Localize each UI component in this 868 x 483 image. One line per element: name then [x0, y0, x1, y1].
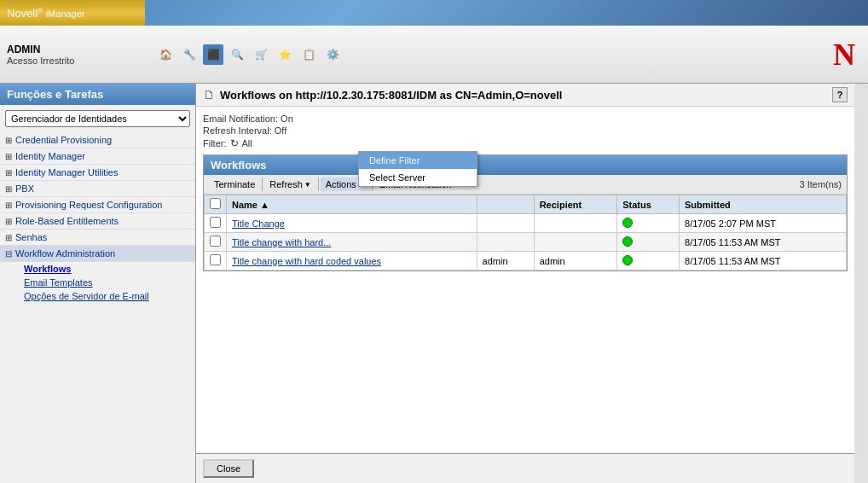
main-toolbar: 🏠 🔧 ⬛ 🔍 🛒 ⭐ 📋 ⚙️	[145, 44, 827, 65]
sidebar-label: Role-Based Entitlements	[15, 216, 119, 226]
row-recipient: admin	[534, 252, 617, 271]
sidebar-title: Funções e Tarefas	[7, 88, 103, 101]
sidebar-label: Credential Provisioning	[15, 135, 112, 145]
col-submitted[interactable]: Submitted	[680, 195, 847, 214]
logo-area: Novell® iManager	[0, 0, 145, 26]
select-server-label: Select Server	[369, 172, 425, 183]
workflows-table: Name ▲ Recipient Status Submitted Title …	[204, 195, 847, 271]
admin-bar: ADMIN Acesso Irrestrito 🏠 🔧 ⬛ 🔍 🛒 ⭐ 📋 ⚙️…	[0, 26, 868, 84]
expand-icon: ⊞	[5, 184, 12, 194]
workflow-link-3[interactable]: Title change with hard coded values	[232, 256, 381, 266]
favorites-icon[interactable]: ⭐	[275, 44, 295, 65]
row-name: Title change with hard coded values	[227, 252, 477, 271]
sidebar-item-identity-manager[interactable]: ⊞ Identity Manager	[0, 148, 195, 165]
sidebar-label: Identity Manager Utilities	[15, 167, 118, 177]
refresh-arrow: ▼	[304, 181, 311, 189]
filter-value: All	[242, 138, 252, 148]
sidebar-item-role-based[interactable]: ⊞ Role-Based Entitlements	[0, 213, 195, 230]
select-all-checkbox[interactable]	[210, 198, 221, 209]
row-submitted: 8/17/05 2:07 PM MST	[680, 214, 847, 233]
expand-icon: ⊞	[5, 136, 12, 145]
table-header-row: Name ▲ Recipient Status Submitted	[205, 195, 847, 214]
table-row: Title change with hard... 8/17/05 11:53 …	[205, 233, 847, 252]
workflow-icon: 🗋	[203, 88, 215, 102]
refresh-interval-info: Refresh Interval: Off	[203, 125, 848, 136]
list-icon[interactable]: 📋	[298, 44, 319, 65]
sidebar-link-workflows[interactable]: Workflows	[0, 262, 195, 276]
workflow-link-2[interactable]: Title change with hard...	[232, 237, 331, 247]
sidebar-label: Workflow Administration	[15, 248, 115, 259]
scrollbar[interactable]	[854, 84, 868, 483]
row-checkbox[interactable]	[205, 214, 227, 233]
admin-label: ADMIN	[7, 44, 138, 55]
sidebar-item-identity-utils[interactable]: ⊞ Identity Manager Utilities	[0, 165, 195, 181]
config-icon[interactable]: ⚙️	[322, 44, 343, 65]
row-name: Title Change	[227, 214, 477, 233]
dropdown-item-select-server[interactable]: Select Server	[359, 169, 477, 186]
workflows-title: Workflows	[211, 159, 267, 172]
access-label: Acesso Irrestrito	[7, 55, 138, 66]
workflow-link-1[interactable]: Title Change	[232, 218, 285, 229]
expand-icon: ⊞	[5, 217, 12, 226]
row-icon	[477, 233, 534, 252]
row-checkbox[interactable]	[205, 233, 227, 252]
row-submitted: 8/17/05 11:53 AM MST	[680, 233, 847, 252]
email-notification-info: Email Notification: On	[203, 113, 848, 124]
separator-1	[262, 177, 263, 191]
identity-dropdown[interactable]: Gerenciador de Identidades	[5, 110, 190, 127]
terminate-button[interactable]: Terminate	[209, 177, 260, 191]
col-name[interactable]: Name ▲	[227, 195, 477, 214]
identity-selector[interactable]: Gerenciador de Identidades	[5, 110, 190, 127]
main-layout: Funções e Tarefas Gerenciador de Identid…	[0, 84, 868, 483]
sidebar-item-provisioning[interactable]: ⊞ Provisioning Request Configuration	[0, 197, 195, 213]
workflows-toolbar: Terminate Refresh ▼ Actions ▼ Email Noti…	[204, 175, 847, 195]
sidebar-item-senhas[interactable]: ⊞ Senhas	[0, 230, 195, 246]
item-count: 3 Item(ns)	[799, 179, 842, 189]
row-recipient	[534, 233, 617, 252]
filter-label: Filter:	[203, 138, 227, 148]
task-icon[interactable]: ⬛	[203, 44, 223, 65]
novell-letter: N	[833, 37, 855, 73]
sidebar-item-credential[interactable]: ⊞ Credential Provisioning	[0, 132, 195, 148]
refresh-button[interactable]: Refresh ▼	[264, 177, 315, 191]
expand-icon: ⊟	[5, 249, 12, 259]
sidebar: Funções e Tarefas Gerenciador de Identid…	[0, 84, 196, 483]
col-status[interactable]: Status	[617, 195, 680, 214]
row-icon: admin	[477, 252, 534, 271]
sidebar-link-email-templates[interactable]: Email Templates	[0, 276, 195, 289]
sidebar-label: Senhas	[15, 232, 47, 242]
sidebar-item-workflow-admin[interactable]: ⊟ Workflow Administration	[0, 246, 195, 262]
sidebar-item-pbx[interactable]: ⊞ PBX	[0, 181, 195, 197]
define-filter-label: Define Filter	[369, 155, 420, 166]
col-checkbox	[205, 195, 227, 214]
close-button[interactable]: Close	[203, 459, 254, 478]
terminate-label: Terminate	[214, 179, 255, 189]
row-status	[617, 252, 680, 271]
shopping-icon[interactable]: 🛒	[251, 44, 271, 65]
search-icon[interactable]: 🔍	[227, 44, 247, 65]
refresh-filter-icon[interactable]: ↻	[230, 137, 239, 149]
home-icon[interactable]: 🏠	[155, 44, 176, 65]
admin-info: ADMIN Acesso Irrestrito	[0, 40, 145, 69]
expand-icon: ⊞	[5, 201, 12, 210]
status-indicator	[622, 255, 633, 265]
filter-row: Filter: ↻ All	[203, 137, 848, 149]
content-area: 🗋 Workflows on http://10.2.30.175:8081/I…	[196, 84, 854, 483]
dropdown-item-define-filter[interactable]: Define Filter	[359, 152, 477, 169]
back-icon[interactable]: 🔧	[179, 44, 200, 65]
actions-dropdown: Define Filter Select Server	[358, 151, 477, 187]
row-checkbox[interactable]	[205, 252, 227, 271]
row-icon	[477, 214, 534, 233]
row-name: Title change with hard...	[227, 233, 477, 252]
workflows-section: Workflows Terminate Refresh ▼ Actions ▼	[203, 154, 848, 271]
col-recipient[interactable]: Recipient	[534, 195, 617, 214]
logo-novell: Novell® iManager	[7, 7, 85, 20]
expand-icon: ⊞	[5, 152, 12, 161]
help-button[interactable]: ?	[832, 87, 848, 102]
sidebar-label: Identity Manager	[15, 151, 85, 161]
link-label: Workflows	[24, 264, 71, 274]
sidebar-link-email-server[interactable]: Opções de Servidor de E-mail	[0, 289, 195, 303]
link-label: Opções de Servidor de E-mail	[24, 291, 149, 301]
status-indicator	[622, 218, 633, 228]
sidebar-label: Provisioning Request Configuration	[15, 200, 162, 210]
